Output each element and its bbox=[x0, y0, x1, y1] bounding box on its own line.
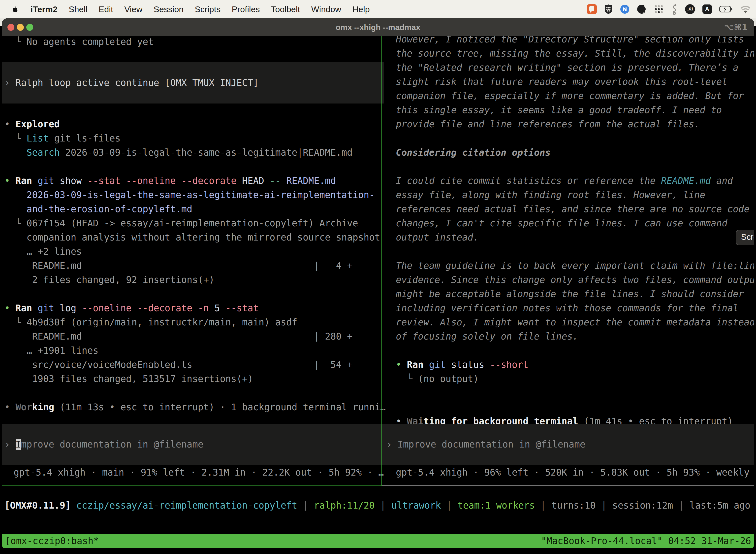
term-line: └ 067f154 (HEAD -> essay/ai-reimplementa… bbox=[4, 216, 386, 230]
term-line: Considering citation options bbox=[396, 146, 754, 160]
right-pane-bottom-rule bbox=[382, 486, 754, 486]
term-line bbox=[396, 131, 754, 146]
screen-tooltip: Scre bbox=[736, 230, 754, 245]
term-line: 2 files changed, 92 insertions(+) bbox=[4, 273, 386, 287]
term-line bbox=[4, 386, 386, 400]
term-line: README.md | 280 + bbox=[4, 329, 386, 343]
menu-item-scripts[interactable]: Scripts bbox=[195, 4, 220, 14]
window-shortcut-badge: ⌥⌘1 bbox=[724, 22, 748, 32]
tooltip-label: Scre bbox=[741, 232, 754, 241]
term-line: the "Related research writing" section i… bbox=[396, 61, 754, 75]
close-window-button[interactable] bbox=[7, 24, 14, 31]
term-line: • Working (11m 13s • esc to interrupt) ·… bbox=[4, 400, 386, 414]
term-line: of focusing solely on file lines. bbox=[396, 329, 754, 343]
menu-item-edit[interactable]: Edit bbox=[99, 4, 113, 14]
term-line: references need actual files, and since … bbox=[396, 202, 754, 216]
term-line: The team guideline is to back every impo… bbox=[396, 259, 754, 273]
term-line bbox=[396, 386, 754, 400]
left-pane-agents-line: └ No agents completed yet bbox=[4, 36, 153, 49]
tmux-session-label: [omx-cczip0:bash* bbox=[5, 534, 99, 548]
apple-menu-icon[interactable] bbox=[11, 4, 19, 14]
term-line: └ List git ls-files bbox=[4, 131, 386, 146]
term-line: • Ran git show --stat --oneline --decora… bbox=[4, 174, 386, 188]
dark-pie-icon[interactable] bbox=[637, 4, 646, 14]
term-line: • Explored bbox=[4, 117, 386, 131]
term-line: companion file, especially if more comme… bbox=[396, 89, 754, 103]
term-line: review. Also, I might want to inspect th… bbox=[396, 315, 754, 329]
tree-guide-line bbox=[18, 189, 18, 214]
menu-item-iterm2[interactable]: iTerm2 bbox=[30, 4, 58, 14]
iterm-window: omx --xhigh --madmax ⌥⌘1 └ No agents com… bbox=[2, 18, 754, 549]
term-line: • Ran git status --short bbox=[396, 358, 754, 372]
term-line: • Ran git log --oneline --decorate -n 5 … bbox=[4, 301, 386, 315]
a-key-icon[interactable]: A bbox=[702, 4, 712, 14]
window-titlebar[interactable]: omx --xhigh --madmax ⌥⌘1 bbox=[2, 18, 754, 36]
left-pane-log: • Explored └ List git ls-files Search 20… bbox=[4, 117, 386, 414]
a-key-label: A bbox=[705, 6, 709, 13]
term-line: gpt-5.4 xhigh · 96% left · 520K in · 5.8… bbox=[396, 465, 754, 480]
menu-item-toolbelt[interactable]: Toolbelt bbox=[271, 4, 300, 14]
term-line bbox=[396, 160, 754, 174]
menu-status-icons: ..61 A bbox=[587, 4, 756, 15]
menu-item-help[interactable]: Help bbox=[353, 4, 370, 14]
term-line: this single essay, it seems like a good … bbox=[396, 103, 754, 117]
tmux-host-clock: "MacBook-Pro-44.local" 04:52 31-Mar-26 bbox=[541, 534, 751, 548]
term-line: › Ralph loop active continue [OMX_TMUX_I… bbox=[4, 76, 259, 90]
term-line: and-the-erosion-of-copyleft.md bbox=[4, 202, 386, 216]
left-model-status-line: gpt-5.4 xhigh · main · 91% left · 2.31M … bbox=[14, 465, 384, 480]
term-line: … +1901 lines bbox=[4, 343, 386, 358]
menu-left: iTerm2ShellEditViewSessionScriptsProfile… bbox=[0, 4, 370, 14]
term-line: slight risk that future readers may over… bbox=[396, 75, 754, 89]
left-prompt-text: › Improve documentation in @filename bbox=[4, 437, 203, 451]
menu-item-window[interactable]: Window bbox=[311, 4, 341, 14]
term-line: └ No agents completed yet bbox=[4, 36, 153, 49]
term-line bbox=[396, 400, 754, 414]
term-line: companion analysis without altering the … bbox=[4, 230, 386, 244]
shield-grid-icon[interactable] bbox=[604, 4, 613, 14]
term-line bbox=[396, 343, 754, 358]
zoom-window-button[interactable] bbox=[26, 24, 33, 31]
term-line: essay file, along with finding root file… bbox=[396, 188, 754, 202]
left-prompt-input[interactable]: › Improve documentation in @filename bbox=[2, 424, 384, 465]
right-prompt-input[interactable]: › Improve documentation in @filename bbox=[383, 424, 754, 465]
minimize-window-button[interactable] bbox=[17, 24, 24, 31]
badge-61-label: ..61 bbox=[687, 7, 693, 11]
term-line: [OMX#0.11.9] cczip/essay/ai-reimplementa… bbox=[4, 498, 750, 512]
blue-badge-icon[interactable] bbox=[620, 4, 630, 14]
menu-item-shell[interactable]: Shell bbox=[69, 4, 87, 14]
dots-grid-icon[interactable] bbox=[654, 4, 664, 14]
term-line: Search 2026-03-09-is-legal-the-same-as-l… bbox=[4, 146, 386, 160]
menu-item-profiles[interactable]: Profiles bbox=[232, 4, 260, 14]
term-line: › Improve documentation in @filename bbox=[386, 437, 585, 451]
battery-icon[interactable] bbox=[719, 6, 733, 13]
term-line: might be acceptable alongside the file l… bbox=[396, 287, 754, 301]
tmux-status-bar: [omx-cczip0:bash* "MacBook-Pro-44.local"… bbox=[2, 534, 754, 548]
right-pane-log: However, I noticed the "Directory Struct… bbox=[396, 36, 754, 428]
menu-items-container: iTerm2ShellEditViewSessionScriptsProfile… bbox=[30, 4, 370, 14]
term-line: … +2 lines bbox=[4, 244, 386, 259]
term-line: src/voice/voiceModeEnabled.ts | 54 + bbox=[4, 358, 386, 372]
ralph-loop-banner: › Ralph loop active continue [OMX_TMUX_I… bbox=[2, 62, 384, 104]
menu-item-view[interactable]: View bbox=[124, 4, 142, 14]
squiggle-icon[interactable] bbox=[671, 4, 678, 15]
term-line: 2026-03-09-is-legal-the-same-as-legitima… bbox=[4, 188, 386, 202]
left-pane-bottom-rule bbox=[2, 486, 381, 486]
menu-item-session[interactable]: Session bbox=[153, 4, 184, 14]
wifi-icon[interactable] bbox=[740, 5, 751, 13]
terminal-content[interactable]: └ No agents completed yet › Ralph loop a… bbox=[2, 36, 754, 549]
term-line: I could cite commit statistics or refere… bbox=[396, 174, 754, 188]
term-line bbox=[396, 244, 754, 259]
term-line: evidence. Since this change only affects… bbox=[396, 273, 754, 287]
term-line: README.md | 4 + bbox=[4, 259, 386, 273]
term-line: However, I noticed the "Directory Struct… bbox=[396, 36, 754, 46]
term-line bbox=[4, 287, 386, 301]
screenshot-app-icon[interactable] bbox=[587, 4, 597, 14]
ralph-loop-text: › Ralph loop active continue [OMX_TMUX_I… bbox=[4, 76, 259, 90]
right-model-status-line: gpt-5.4 xhigh · 96% left · 520K in · 5.8… bbox=[396, 465, 754, 480]
term-line: gpt-5.4 xhigh · main · 91% left · 2.31M … bbox=[14, 465, 384, 480]
term-line bbox=[4, 160, 386, 174]
term-line: changes, I can't cite specific file line… bbox=[396, 216, 754, 230]
badge-61-icon[interactable]: ..61 bbox=[685, 4, 695, 14]
term-line: 1903 files changed, 513517 insertions(+) bbox=[4, 372, 386, 386]
pane-divider[interactable] bbox=[381, 36, 382, 486]
